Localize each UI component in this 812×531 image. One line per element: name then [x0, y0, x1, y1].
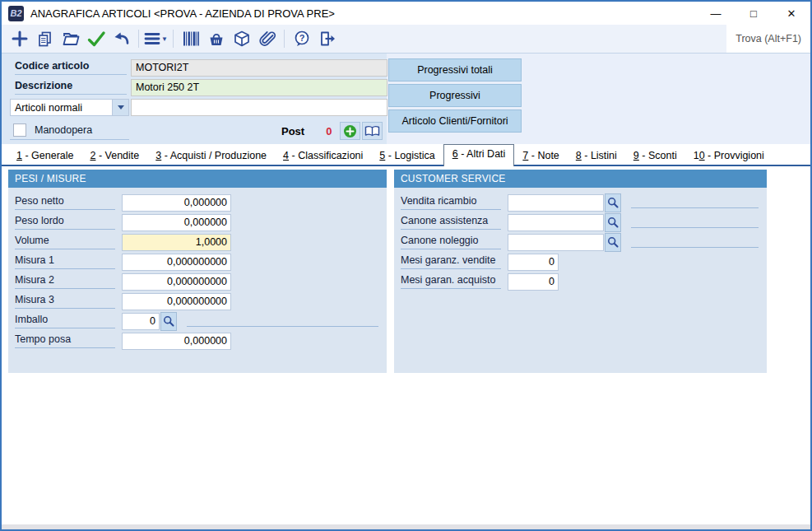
window-bottom-edge: [2, 524, 810, 529]
customer-service-header: CUSTOMER SERVICE: [394, 170, 767, 188]
misura1-row: Misura 1 0,000000000: [8, 252, 387, 272]
tempo-posa-field[interactable]: 0,000000: [122, 333, 231, 350]
help-bubble-icon: ?: [293, 30, 311, 48]
open-button[interactable]: [58, 27, 83, 50]
progressivi-button[interactable]: Progressivi: [388, 84, 522, 107]
tab-strip: 1 - Generale 2 - Vendite 3 - Acquisti / …: [2, 144, 810, 166]
dropdown-button[interactable]: [112, 100, 128, 115]
tempo-posa-row: Tempo posa 0,000000: [8, 331, 387, 351]
tab-10-provvigioni[interactable]: 10 - Provvigioni: [685, 147, 773, 166]
misura3-label: Misura 3: [15, 294, 115, 309]
imballo-description-line: [187, 315, 378, 327]
tab-5-logistica[interactable]: 5 - Logistica: [371, 147, 443, 166]
magnifier-icon: [607, 236, 619, 248]
canone-noleggio-description-line: [631, 236, 759, 248]
confirm-button[interactable]: [83, 27, 109, 50]
book-icon: [364, 124, 380, 137]
post-label: Post: [281, 125, 304, 137]
tab-2-vendite[interactable]: 2 - Vendite: [81, 147, 147, 166]
tab-9-sconti[interactable]: 9 - Sconti: [625, 147, 685, 166]
maximize-button[interactable]: □: [735, 2, 773, 25]
exit-button[interactable]: [314, 27, 340, 50]
imballo-field[interactable]: 0: [122, 313, 160, 330]
canone-noleggio-field[interactable]: [508, 234, 604, 251]
tab-4-classificazioni[interactable]: 4 - Classificazioni: [275, 147, 371, 166]
imballo-row: Imballo 0: [8, 311, 387, 331]
mesi-garanzia-vendite-field[interactable]: 0: [508, 254, 559, 271]
volume-label: Volume: [15, 235, 115, 249]
new-record-button[interactable]: [7, 27, 32, 50]
peso-netto-label: Peso netto: [15, 195, 115, 210]
find-shortcut[interactable]: Trova (Alt+F1): [726, 25, 810, 53]
article-header: Codice articolo MOTORI2T Descrizione Mot…: [2, 53, 810, 144]
misura2-label: Misura 2: [15, 274, 115, 289]
magnifier-icon: [607, 197, 619, 208]
canone-assistenza-label: Canone assistenza: [401, 215, 501, 230]
post-count: 0: [326, 125, 332, 137]
canone-assistenza-field[interactable]: [508, 214, 604, 231]
tempo-posa-label: Tempo posa: [15, 333, 115, 348]
misura2-row: Misura 2 0,000000000: [8, 272, 387, 291]
vendita-ricambio-field[interactable]: [508, 194, 604, 212]
app-window: B2 ANAGRAFICA ARTICOLI <PROVA - AZIENDA …: [0, 0, 812, 531]
add-post-button[interactable]: [340, 122, 360, 140]
menu-button[interactable]: ▼: [143, 27, 169, 50]
peso-netto-row: Peso netto 0,000000: [8, 193, 387, 212]
misura1-field[interactable]: 0,000000000: [122, 254, 231, 271]
misura2-field[interactable]: 0,000000000: [122, 273, 231, 291]
canone-noleggio-lookup-button[interactable]: [605, 233, 621, 252]
tab-8-listini[interactable]: 8 - Listini: [568, 147, 625, 166]
chevron-down-icon: [118, 105, 124, 109]
tab-1-generale[interactable]: 1 - Generale: [8, 147, 81, 166]
peso-netto-field[interactable]: 0,000000: [122, 194, 231, 212]
package-button[interactable]: [229, 27, 254, 50]
toolbar-separator: [138, 30, 139, 48]
tab-page-altri-dati: PESI / MISURE Peso netto 0,000000 Peso l…: [2, 166, 810, 527]
toolbar-separator: [284, 30, 285, 48]
tab-6-altri-dati[interactable]: 6 - Altri Dati: [443, 144, 515, 166]
tab-3-acquisti-produzione[interactable]: 3 - Acquisti / Produzione: [147, 147, 275, 166]
close-button[interactable]: ✕: [773, 2, 810, 25]
vendita-ricambio-lookup-button[interactable]: [605, 193, 621, 212]
progressivi-totali-button[interactable]: Progressivi totali: [388, 58, 522, 82]
toolbar: ▼ ? Trova (Alt+F1): [2, 25, 810, 53]
attachments-button[interactable]: [254, 27, 280, 50]
basket-button[interactable]: [203, 27, 229, 50]
tipo-articolo-value: Articoli normali: [11, 102, 112, 114]
imballo-label: Imballo: [15, 314, 115, 328]
articolo-clienti-fornitori-button[interactable]: Articolo Clienti/Fornitori: [388, 109, 522, 133]
svg-text:?: ?: [299, 33, 304, 43]
manodopera-checkbox[interactable]: [13, 123, 26, 137]
codice-articolo-label: Codice articolo: [15, 60, 127, 75]
descrizione2-field[interactable]: [131, 99, 387, 116]
undo-button[interactable]: [109, 27, 134, 50]
minimize-button[interactable]: —: [697, 2, 735, 25]
toolbar-separator: [173, 30, 174, 48]
peso-lordo-row: Peso lordo 0,000000: [8, 212, 387, 232]
volume-field[interactable]: 1,0000: [122, 234, 231, 251]
codice-articolo-field[interactable]: MOTORI2T: [131, 59, 387, 77]
tab-7-note[interactable]: 7 - Note: [514, 147, 567, 166]
mesi-garanzia-acquisto-field[interactable]: 0: [508, 273, 559, 291]
canone-assistenza-lookup-button[interactable]: [605, 213, 621, 232]
misura3-field[interactable]: 0,000000000: [122, 293, 231, 310]
copy-icon: [36, 30, 53, 48]
vendita-ricambio-row: Vendita ricambio: [394, 193, 767, 212]
open-posts-button[interactable]: [362, 122, 383, 140]
vendita-ricambio-description-line: [631, 197, 759, 208]
customer-service-panel: CUSTOMER SERVICE Vendita ricambio Canone…: [394, 170, 767, 373]
app-logo-icon: B2: [8, 6, 24, 21]
pesi-misure-header: PESI / MISURE: [8, 170, 387, 188]
barcode-icon: [182, 30, 200, 48]
tipo-articolo-select[interactable]: Articoli normali: [10, 99, 129, 116]
hamburger-menu-icon: [144, 30, 160, 47]
peso-lordo-field[interactable]: 0,000000: [122, 214, 231, 231]
descrizione-field[interactable]: Motori 250 2T: [131, 79, 387, 96]
imballo-lookup-button[interactable]: [160, 312, 177, 331]
window-controls: — □ ✕: [697, 2, 810, 25]
copy-button[interactable]: [32, 27, 58, 50]
canone-noleggio-label: Canone noleggio: [401, 235, 501, 249]
barcode-button[interactable]: [178, 27, 203, 50]
help-button[interactable]: ?: [289, 27, 314, 50]
plus-circle-icon: [343, 124, 357, 138]
